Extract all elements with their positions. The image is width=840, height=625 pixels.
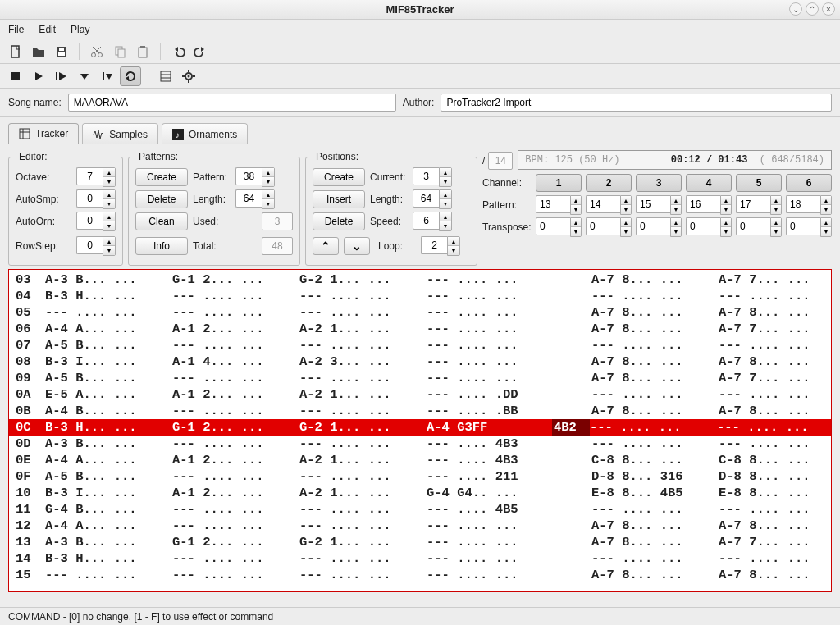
channel-1[interactable]: 1: [536, 174, 582, 192]
tracker-row[interactable]: 08B-3 I... ...A-1 4... ...A-2 3... ...--…: [9, 354, 831, 370]
tracker-row[interactable]: 09A-5 B... ...--- .... ...--- .... ...--…: [9, 370, 831, 386]
pattern-clean-button[interactable]: Clean: [135, 212, 188, 230]
octave-up[interactable]: ▲: [103, 168, 115, 177]
rowstep-input[interactable]: [76, 236, 103, 254]
plength-down[interactable]: ▼: [262, 199, 274, 208]
tracker-row[interactable]: 05--- .... ...--- .... ...--- .... ...--…: [9, 304, 831, 321]
minimize-button[interactable]: ⌄: [789, 2, 802, 16]
stop-icon[interactable]: [5, 66, 26, 86]
speed-down[interactable]: ▼: [440, 221, 451, 230]
channel-5[interactable]: 5: [736, 174, 782, 192]
plength-up[interactable]: ▲: [262, 190, 274, 199]
pattern-info-button[interactable]: Info: [135, 237, 188, 255]
pattern-up[interactable]: ▲: [262, 168, 274, 177]
song-name-input[interactable]: [68, 94, 396, 112]
loop-up[interactable]: ▲: [448, 237, 459, 246]
tracker-row[interactable]: 14B-3 H... ...--- .... ...--- .... ...--…: [9, 550, 831, 567]
tracker-row[interactable]: 13A-3 B... ...G-1 2... ...G-2 1... ...--…: [9, 534, 831, 550]
tracker-row[interactable]: 0EA-4 A... ...A-1 2... ...A-2 1... ...--…: [9, 452, 831, 468]
chpat-2[interactable]: [586, 195, 620, 213]
speed-up[interactable]: ▲: [440, 212, 451, 221]
tracker-row[interactable]: 0CB-3 H... ...G-1 2... ...G-2 1... ...A-…: [9, 419, 831, 436]
speed-input[interactable]: [413, 212, 439, 230]
play-pattern-icon[interactable]: [51, 66, 72, 86]
open-file-icon[interactable]: [28, 42, 49, 62]
tracker-row[interactable]: 15--- .... ...--- .... ...--- .... ...--…: [9, 567, 831, 583]
tracker-row[interactable]: 06A-4 A... ...A-1 2... ...A-2 1... ...--…: [9, 321, 831, 337]
save-file-icon[interactable]: [51, 42, 72, 62]
copy-icon[interactable]: [109, 42, 130, 62]
loop-icon[interactable]: [120, 66, 141, 86]
menu-edit[interactable]: Edit: [39, 24, 56, 35]
pattern-create-button[interactable]: Create: [135, 168, 188, 186]
tab-ornaments[interactable]: ♪ Ornaments: [162, 123, 248, 144]
chtr-6[interactable]: [786, 217, 820, 235]
chtr-3[interactable]: [636, 217, 670, 235]
dropdown-small-icon[interactable]: [97, 66, 118, 86]
chpat-6[interactable]: [786, 195, 820, 213]
pattern-delete-button[interactable]: Delete: [135, 190, 188, 208]
maximize-button[interactable]: ⌃: [806, 2, 819, 16]
tracker-row[interactable]: 11G-4 B... ...--- .... ...--- .... ...--…: [9, 501, 831, 518]
position-delete-button[interactable]: Delete: [313, 212, 365, 230]
tracker-row[interactable]: 07A-5 B... ...--- .... ...--- .... ...--…: [9, 337, 831, 354]
settings-icon[interactable]: [178, 66, 199, 86]
current-down[interactable]: ▼: [440, 177, 451, 186]
tab-tracker[interactable]: Tracker: [8, 123, 79, 144]
author-input[interactable]: [441, 94, 832, 112]
channel-6[interactable]: 6: [786, 174, 832, 192]
menu-file[interactable]: File: [8, 24, 24, 35]
current-up[interactable]: ▲: [440, 168, 451, 177]
tracker-row[interactable]: 0BA-4 B... ...--- .... ...--- .... ...--…: [9, 403, 831, 419]
tracker-row[interactable]: 0FA-5 B... ...--- .... ...--- .... ...--…: [9, 468, 831, 485]
chtr-1[interactable]: [536, 217, 570, 235]
poslength-input[interactable]: [413, 189, 439, 208]
rowstep-down[interactable]: ▼: [103, 246, 115, 255]
position-create-button[interactable]: Create: [313, 168, 365, 186]
new-file-icon[interactable]: [5, 42, 26, 62]
paste-icon[interactable]: [132, 42, 153, 62]
close-button[interactable]: ×: [822, 2, 835, 16]
dropdown-icon[interactable]: [74, 66, 95, 86]
play-icon[interactable]: [28, 66, 49, 86]
tab-samples[interactable]: Samples: [82, 123, 158, 144]
autoorn-input[interactable]: [76, 212, 103, 230]
menu-play[interactable]: Play: [71, 24, 89, 35]
poslength-up[interactable]: ▲: [440, 190, 451, 199]
channel-4[interactable]: 4: [686, 174, 732, 192]
chpat-5[interactable]: [736, 195, 770, 213]
octave-input[interactable]: [76, 167, 103, 185]
rowstep-up[interactable]: ▲: [103, 237, 115, 246]
chtr-4[interactable]: [686, 217, 720, 235]
chtr-5[interactable]: [736, 217, 770, 235]
current-input[interactable]: [413, 167, 439, 185]
autosmp-up[interactable]: ▲: [103, 190, 115, 199]
loop-down[interactable]: ▼: [448, 246, 459, 255]
chpat-4[interactable]: [686, 195, 720, 213]
chtr-2[interactable]: [586, 217, 620, 235]
pattern-input[interactable]: [235, 167, 262, 185]
tracker-row[interactable]: 0AE-5 A... ...A-1 2... ...A-2 1... ...--…: [9, 386, 831, 403]
tracker-row[interactable]: 04B-3 H... ...--- .... ...--- .... ...--…: [9, 288, 831, 304]
position-insert-button[interactable]: Insert: [313, 190, 365, 208]
position-prev-button[interactable]: ⌃: [313, 237, 339, 255]
channel-2[interactable]: 2: [586, 174, 632, 192]
channel-3[interactable]: 3: [636, 174, 682, 192]
autosmp-down[interactable]: ▼: [103, 199, 115, 208]
chpat-1[interactable]: [536, 195, 570, 213]
tracker-grid[interactable]: 03A-3 B... ...G-1 2... ...G-2 1... ...--…: [8, 269, 832, 592]
autoorn-up[interactable]: ▲: [103, 212, 115, 221]
position-next-button[interactable]: ⌄: [344, 237, 370, 255]
autoorn-down[interactable]: ▼: [103, 221, 115, 230]
loop-input[interactable]: [421, 236, 447, 254]
manager-icon[interactable]: [155, 66, 176, 86]
tracker-row[interactable]: 03A-3 B... ...G-1 2... ...G-2 1... ...--…: [9, 271, 831, 288]
octave-down[interactable]: ▼: [103, 177, 115, 186]
tracker-row[interactable]: 0DA-3 B... ...--- .... ...--- .... ...--…: [9, 436, 831, 452]
pattern-down[interactable]: ▼: [262, 177, 274, 186]
undo-icon[interactable]: [167, 42, 189, 62]
plength-input[interactable]: [235, 189, 262, 208]
tracker-row[interactable]: 12A-4 A... ...--- .... ...--- .... ...--…: [9, 518, 831, 534]
tracker-row[interactable]: 10B-3 I... ...A-1 2... ...A-2 1... ...G-…: [9, 485, 831, 501]
autosmp-input[interactable]: [76, 189, 103, 208]
